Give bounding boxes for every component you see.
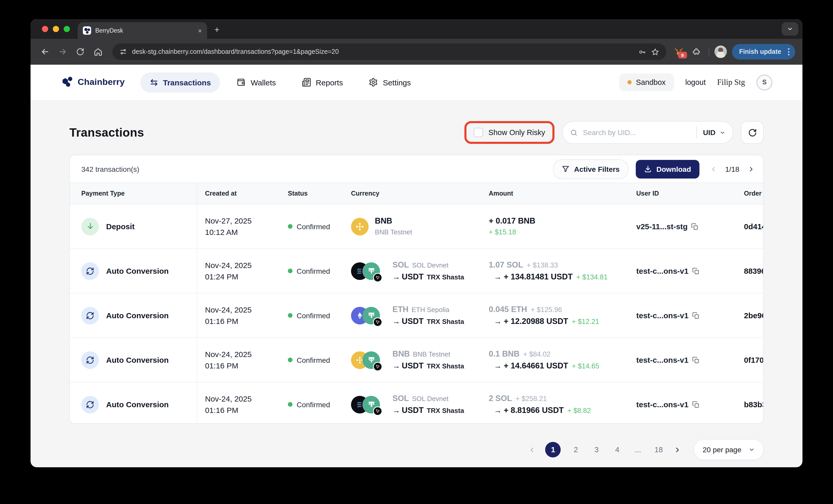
arrow-right-icon: →	[392, 316, 400, 327]
minimize-window-button[interactable]	[53, 26, 59, 32]
page-number-4[interactable]: 4	[612, 446, 623, 454]
site-info-icon[interactable]	[120, 48, 127, 55]
browser-profile-avatar[interactable]	[714, 46, 727, 58]
transaction-count: 342 transaction(s)	[81, 165, 139, 173]
coin-pair	[351, 259, 381, 283]
bookmark-star-icon[interactable]	[651, 48, 659, 56]
copy-icon[interactable]	[692, 356, 699, 363]
table-row[interactable]: Auto Conversion Nov-24, 2025 01:16 PM Co…	[70, 294, 763, 338]
per-page-select[interactable]: 20 per page	[694, 439, 764, 460]
from-network: SOL Devnet	[412, 260, 449, 270]
amount-value: + 0.017 BNB	[489, 216, 535, 226]
status-label: Confirmed	[296, 400, 330, 408]
page-number-3[interactable]: 3	[591, 446, 602, 454]
pager-prev-icon[interactable]	[710, 165, 717, 173]
home-button[interactable]	[91, 45, 105, 59]
order-id-cell: 2be96	[736, 294, 764, 337]
created-at-cell: Nov-24, 2025 01:24 PM	[197, 249, 280, 293]
search-box: UID	[562, 121, 733, 144]
created-at-cell: Nov-24, 2025 01:16 PM	[197, 294, 280, 337]
extensions-puzzle-icon[interactable]	[689, 45, 704, 59]
brand-logo[interactable]: Chainberry	[62, 77, 125, 88]
coin-network: BNB Testnet	[375, 228, 412, 237]
password-key-icon[interactable]	[638, 48, 646, 56]
show-only-risky-label[interactable]: Show Only Risky	[489, 128, 545, 136]
copy-icon[interactable]	[692, 401, 699, 408]
copy-icon[interactable]	[692, 312, 699, 319]
amount-from-usd: + $138.33	[527, 261, 558, 270]
finish-update-label: Finish update	[739, 48, 782, 55]
search-type-select[interactable]: UID	[701, 128, 725, 136]
amount-from: 1.07 SOL	[489, 260, 523, 270]
browser-menu-icon[interactable]	[786, 48, 791, 55]
amount-cell: 2 SOL+ $258.21 →+ 8.81966 USDT+ $8.82	[481, 382, 628, 424]
column-header: Order ID	[736, 183, 764, 204]
refresh-button[interactable]	[741, 121, 764, 144]
auto-conversion-icon	[81, 262, 99, 280]
environment-label: Sandbox	[636, 78, 666, 86]
tron-badge-icon	[374, 318, 382, 326]
nav-item-wallets[interactable]: Wallets	[228, 72, 285, 93]
amount-from-usd: + $258.21	[516, 394, 547, 403]
column-header: Payment Type	[70, 183, 197, 204]
brand-name: Chainberry	[78, 77, 125, 87]
user-id-cell: test-c...ons-v1	[628, 249, 736, 293]
nav-item-reports[interactable]: Reports	[292, 72, 352, 93]
browser-window: BerryDesk × + desk-stg.chainberry.com/da…	[30, 19, 803, 467]
download-button[interactable]: Download	[636, 160, 699, 178]
metamask-icon[interactable]: 9	[673, 47, 684, 56]
search-input[interactable]	[582, 128, 692, 137]
show-only-risky-checkbox[interactable]	[474, 128, 483, 137]
nav-label: Settings	[383, 78, 411, 87]
window-controls[interactable]	[42, 26, 70, 32]
active-filters-label: Active Filters	[574, 165, 620, 173]
maximize-window-button[interactable]	[64, 26, 70, 32]
close-window-button[interactable]	[42, 26, 48, 32]
user-avatar[interactable]: S	[756, 74, 772, 90]
logout-link[interactable]: logout	[685, 78, 706, 86]
url-text[interactable]: desk-stg.chainberry.com/dashboard/transa…	[132, 48, 633, 55]
back-button[interactable]	[38, 45, 52, 59]
card-header: 342 transaction(s) Active Filters Downlo…	[70, 155, 763, 183]
table-row[interactable]: Auto Conversion Nov-24, 2025 01:16 PM Co…	[70, 338, 763, 382]
table-row[interactable]: Auto Conversion Nov-24, 2025 01:24 PM Co…	[70, 249, 763, 294]
column-header: Created at	[197, 183, 280, 204]
new-tab-button[interactable]: +	[214, 25, 219, 35]
pager-next-icon[interactable]	[747, 165, 755, 173]
nav-item-settings[interactable]: Settings	[360, 72, 420, 93]
reload-button[interactable]	[73, 45, 88, 59]
search-type-value: UID	[703, 128, 715, 136]
page-next-icon[interactable]	[674, 446, 682, 454]
browser-tab[interactable]: BerryDesk ×	[78, 22, 207, 39]
page-number-2[interactable]: 2	[570, 446, 582, 454]
status-cell: Confirmed	[280, 204, 343, 248]
arrow-right-icon: →	[494, 405, 502, 415]
status-label: Confirmed	[296, 222, 330, 230]
order-id-cell: b83b3	[736, 382, 764, 424]
copy-icon[interactable]	[692, 267, 699, 275]
to-network: TRX Shasta	[427, 361, 464, 371]
table-row[interactable]: Auto Conversion Nov-24, 2025 01:16 PM Co…	[70, 382, 763, 424]
status-label: Confirmed	[296, 311, 330, 320]
status-cell: Confirmed	[280, 249, 343, 293]
finish-update-button[interactable]: Finish update	[732, 44, 795, 59]
tab-close-icon[interactable]: ×	[198, 27, 202, 34]
created-at-cell: Nov-24, 2025 01:16 PM	[197, 338, 280, 382]
address-bar[interactable]: desk-stg.chainberry.com/dashboard/transa…	[112, 44, 666, 60]
page-prev-icon[interactable]	[528, 446, 536, 454]
tab-search-button[interactable]	[782, 22, 798, 36]
from-network: SOL Devnet	[412, 394, 449, 403]
page-number-18[interactable]: 18	[653, 446, 665, 454]
created-time: 10:12 AM	[205, 227, 238, 237]
nav-item-transactions[interactable]: Transactions	[140, 72, 220, 92]
user-id: test-c...ons-v1	[636, 311, 689, 320]
table-row[interactable]: Deposit Nov-27, 2025 10:12 AM Confirmed …	[70, 204, 763, 249]
copy-icon[interactable]	[691, 223, 698, 230]
active-filters-button[interactable]: Active Filters	[553, 159, 628, 179]
amount-cell: 1.07 SOL+ $138.33 →+ 134.81481 USDT+ $13…	[481, 249, 628, 293]
forward-button[interactable]	[55, 45, 70, 59]
user-id-cell: v25-11...st-stg	[628, 204, 736, 248]
pager-label: 1/18	[725, 165, 740, 173]
page-number-1[interactable]: 1	[545, 442, 561, 457]
tron-badge-icon	[374, 274, 382, 281]
